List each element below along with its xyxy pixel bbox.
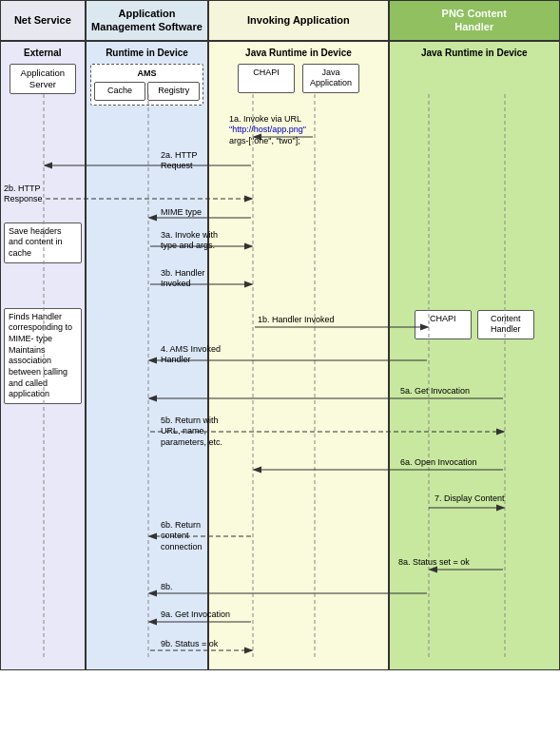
invoking-header-label: Invoking Application xyxy=(247,13,350,27)
app-server-box: Application Server xyxy=(10,64,76,95)
msg-9a: 9a. Get Invocation xyxy=(161,609,256,619)
diagram-container: Net Service ApplicationManagement Softwa… xyxy=(0,0,560,670)
png-chapi-box: CHAPI xyxy=(415,310,472,339)
msg-3b-text: 3b. HandlerInvoked xyxy=(161,268,205,289)
msg-mime: MIME type xyxy=(161,207,237,217)
header-png: PNG ContentHandler xyxy=(390,1,559,40)
msg-1a: 1a. Invoke via URL"http://host/app.png"a… xyxy=(229,114,334,147)
ams-sub-header: Runtime in Device xyxy=(90,46,204,60)
msg-3a-text: 3a. Invoke withtype and args. xyxy=(161,230,218,251)
png-handler-boxes: CHAPI ContentHandler xyxy=(394,310,555,339)
msg-3a: 3a. Invoke withtype and args. xyxy=(161,230,246,252)
png-header-label: PNG ContentHandler xyxy=(442,7,507,34)
app-server-label: Application Server xyxy=(21,68,65,89)
msg-6b-text: 6b. Returncontentconnection xyxy=(161,520,203,551)
col-png: Java Runtime in Device CHAPI ContentHand… xyxy=(390,42,559,669)
msg-2b: 2b. HTTPResponse xyxy=(4,184,80,205)
msg-7-text: 7. Display Content xyxy=(434,493,505,503)
java-app-label: JavaApplication xyxy=(310,68,352,88)
msg-8a-text: 8a. Status set = ok xyxy=(398,557,470,567)
ams-header-label: ApplicationManagement Software xyxy=(91,7,203,34)
header-invoking: Invoking Application xyxy=(209,1,389,40)
save-cache-note: Save headers and content in cache xyxy=(4,222,82,263)
msg-1b: 1b. Handler Invoked xyxy=(258,315,381,324)
invoke-sub-header: Java Runtime in Device xyxy=(213,46,383,60)
msg-5a-text: 5a. Get Invocation xyxy=(400,386,470,396)
msg-9b-text: 9b. Status = ok xyxy=(161,639,218,648)
net-service-label: Net Service xyxy=(14,13,71,27)
msg-mime-text: MIME type xyxy=(161,207,202,217)
chapi-box: CHAPI xyxy=(238,64,295,93)
invoke-boxes: CHAPI JavaApplication xyxy=(213,64,383,93)
header-net-service: Net Service xyxy=(1,1,87,40)
msg-6a-text: 6a. Open Invocation xyxy=(400,457,477,467)
col-net: External Application Server Save headers… xyxy=(1,42,87,669)
ams-label: AMS xyxy=(94,68,201,80)
finds-handler-note: Finds Handler corresponding to MIME- typ… xyxy=(4,308,82,405)
ams-inner-boxes: Cache Registry xyxy=(94,82,201,101)
msg-1b-text: 1b. Handler Invoked xyxy=(258,315,335,324)
png-sub-header: Java Runtime in Device xyxy=(394,46,555,60)
java-app-box: JavaApplication xyxy=(302,64,359,93)
msg-4-text: 4. AMS InvokedHandler xyxy=(161,344,221,365)
msg-5b: 5b. Return withURL, name,parameters, etc… xyxy=(161,416,256,449)
msg-9a-text: 9a. Get Invocation xyxy=(161,609,230,619)
msg-7: 7. Display Content xyxy=(434,493,520,503)
msg-9b: 9b. Status = ok xyxy=(161,639,246,648)
msg-3b: 3b. HandlerInvoked xyxy=(161,268,246,290)
msg-2b-text: 2b. HTTPResponse xyxy=(4,184,43,204)
msg-8a: 8a. Status set = ok xyxy=(398,557,503,567)
msg-8b-text: 8b. xyxy=(161,582,173,591)
cache-box: Cache xyxy=(94,82,146,101)
content-handler-box: ContentHandler xyxy=(477,310,534,339)
msg-1a-text: 1a. Invoke via URL"http://host/app.png"a… xyxy=(229,114,306,145)
msg-2a-text: 2a. HTTPRequest xyxy=(161,150,198,171)
msg-5a: 5a. Get Invocation xyxy=(400,386,495,396)
registry-box: Registry xyxy=(147,82,200,101)
msg-8b: 8b. xyxy=(161,582,218,591)
header-row: Net Service ApplicationManagement Softwa… xyxy=(1,1,559,42)
ams-outer-box: AMS Cache Registry xyxy=(90,64,204,106)
msg-6a: 6a. Open Invocation xyxy=(400,457,495,467)
msg-4: 4. AMS InvokedHandler xyxy=(161,344,246,366)
msg-2a: 2a. HTTPRequest xyxy=(161,150,237,172)
content-handler-label: ContentHandler xyxy=(491,314,521,335)
msg-6b: 6b. Returncontentconnection xyxy=(161,520,237,553)
content-row: External Application Server Save headers… xyxy=(1,42,559,669)
header-ams: ApplicationManagement Software xyxy=(87,1,210,40)
msg-5b-text: 5b. Return withURL, name,parameters, etc… xyxy=(161,416,222,447)
net-sub-header: External xyxy=(5,46,81,60)
